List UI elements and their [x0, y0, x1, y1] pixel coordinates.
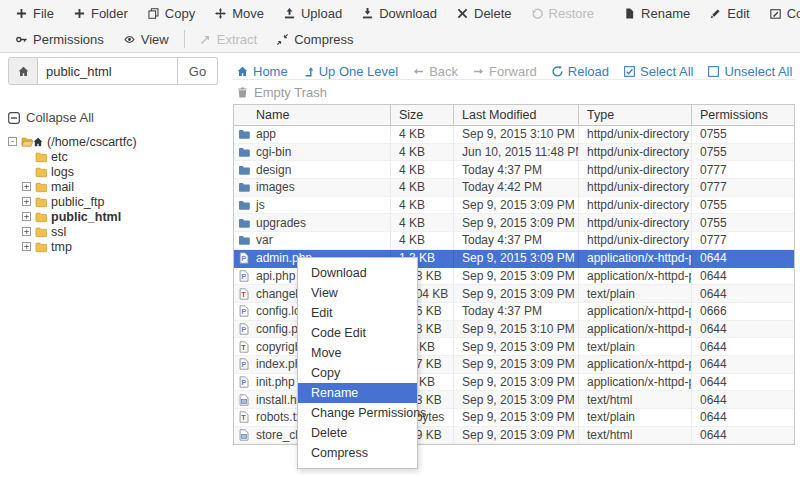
- context-menu-item-move[interactable]: Move: [298, 343, 417, 363]
- delete-icon: [457, 8, 468, 19]
- file-permissions-cell: 0755: [692, 126, 794, 143]
- tree-item-etc[interactable]: etc: [8, 149, 230, 164]
- folder-button[interactable]: Folder: [64, 0, 138, 26]
- folder-icon: [238, 199, 250, 211]
- folder-label: Folder: [91, 6, 128, 21]
- context-menu-item-compress[interactable]: Compress: [298, 443, 417, 463]
- context-menu-item-change-permissions[interactable]: Change Permissions: [298, 403, 417, 423]
- tree-item-home-cscartfc[interactable]: -(/home/cscartfc): [8, 134, 230, 149]
- file-row-var[interactable]: var4 KBToday 4:37 PMhttpd/unix-directory…: [234, 232, 794, 250]
- eye-icon: [124, 34, 135, 45]
- column-header-type[interactable]: Type: [579, 105, 692, 125]
- unselect-all-button[interactable]: Unselect All: [708, 64, 792, 79]
- empty-trash-button: Empty Trash: [237, 85, 327, 100]
- folder-icon: [238, 128, 250, 140]
- back-label: Back: [429, 64, 458, 79]
- file-type-cell: application/x-httpd-php: [579, 356, 692, 373]
- file-row-images[interactable]: images4 KBToday 4:42 PMhttpd/unix-direct…: [234, 179, 794, 197]
- delete-button[interactable]: Delete: [447, 0, 522, 26]
- restore-button: Restore: [522, 0, 605, 26]
- select-all-button[interactable]: Select All: [624, 64, 693, 79]
- copy-button[interactable]: Copy: [138, 0, 205, 26]
- file-last-modified-cell: Sep 9, 2015 3:10 PM: [454, 321, 579, 338]
- file-permissions-cell: 0777: [692, 179, 794, 196]
- file-size-cell: 4 KB: [391, 197, 454, 214]
- reload-button[interactable]: Reload: [552, 64, 609, 79]
- rename-label: Rename: [641, 6, 690, 21]
- column-header-name[interactable]: Name: [234, 105, 391, 125]
- file-row-design[interactable]: design4 KBToday 4:37 PMhttpd/unix-direct…: [234, 161, 794, 179]
- column-header-last-modified[interactable]: Last Modified: [454, 105, 579, 125]
- home-button[interactable]: Home: [237, 64, 288, 79]
- column-header-permissions[interactable]: Permissions: [692, 105, 794, 125]
- toolbar-row-2: PermissionsViewExtractCompress: [0, 26, 800, 52]
- file-button[interactable]: File: [6, 0, 64, 26]
- path-input[interactable]: [38, 57, 178, 85]
- forward-label: Forward: [489, 64, 537, 79]
- file-permissions-cell: 0777: [692, 232, 794, 249]
- back-button: Back: [413, 64, 458, 79]
- tree-item-mail[interactable]: +mail: [8, 179, 230, 194]
- context-menu-item-rename[interactable]: Rename: [298, 383, 417, 403]
- context-menu-item-view[interactable]: View: [298, 283, 417, 303]
- file-type-cell: httpd/unix-directory: [579, 161, 692, 178]
- file-permissions-cell: 0644: [692, 374, 794, 391]
- collapse-all-button[interactable]: Collapse All: [8, 110, 230, 125]
- file-size-cell: 4 KB: [391, 126, 454, 143]
- file-name: images: [256, 180, 295, 194]
- go-button[interactable]: Go: [178, 57, 218, 85]
- file-name-cell: js: [234, 197, 391, 214]
- context-menu-item-edit[interactable]: Edit: [298, 303, 417, 323]
- move-button[interactable]: Move: [205, 0, 274, 26]
- up-one-level-label: Up One Level: [319, 64, 399, 79]
- file-row-cgi-bin[interactable]: cgi-bin4 KBJun 10, 2015 11:48 PMhttpd/un…: [234, 144, 794, 162]
- page-html-icon: [238, 394, 250, 406]
- collapse-toggle-icon[interactable]: -: [8, 137, 17, 146]
- tree-item-ssl[interactable]: +ssl: [8, 224, 230, 239]
- file-last-modified-cell: Sep 9, 2015 3:09 PM: [454, 374, 579, 391]
- file-row-upgrades[interactable]: upgrades4 KBSep 9, 2015 3:09 PMhttpd/uni…: [234, 214, 794, 232]
- file-row-js[interactable]: js4 KBSep 9, 2015 3:09 PMhttpd/unix-dire…: [234, 197, 794, 215]
- expand-toggle-icon[interactable]: +: [22, 197, 31, 206]
- download-button[interactable]: Download: [352, 0, 447, 26]
- tree-item-logs[interactable]: logs: [8, 164, 230, 179]
- tree-item-tmp[interactable]: +tmp: [8, 239, 230, 254]
- file-permissions-cell: 0755: [692, 214, 794, 231]
- expand-toggle-icon[interactable]: +: [22, 182, 31, 191]
- upload-button[interactable]: Upload: [274, 0, 352, 26]
- column-header-size[interactable]: Size: [391, 105, 454, 125]
- arrow-right-icon: [473, 66, 484, 77]
- file-size-cell: 4 KB: [391, 232, 454, 249]
- tree-item-public-ftp[interactable]: +public_ftp: [8, 194, 230, 209]
- file-row-app[interactable]: app4 KBSep 9, 2015 3:10 PMhttpd/unix-dir…: [234, 126, 794, 144]
- upload-icon: [284, 8, 295, 19]
- rename-button[interactable]: Rename: [614, 0, 700, 26]
- file-name: var: [256, 233, 273, 247]
- up-one-level-button[interactable]: Up One Level: [303, 64, 399, 79]
- compress-button[interactable]: Compress: [267, 26, 363, 52]
- copy-label: Copy: [165, 6, 195, 21]
- page-txt-icon: T: [238, 288, 250, 300]
- view-button[interactable]: View: [114, 26, 179, 52]
- unselect-all-label: Unselect All: [724, 64, 792, 79]
- file-name: app: [256, 127, 276, 141]
- edit-button[interactable]: Edit: [700, 0, 759, 26]
- permissions-button[interactable]: Permissions: [6, 26, 114, 52]
- context-menu-item-copy[interactable]: Copy: [298, 363, 417, 383]
- code-editor-button[interactable]: Code Editor: [760, 0, 800, 26]
- home-addon-button[interactable]: [8, 57, 38, 85]
- upload-label: Upload: [301, 6, 342, 21]
- file-last-modified-cell: Sep 9, 2015 3:09 PM: [454, 427, 579, 444]
- file-last-modified-cell: Jun 10, 2015 11:48 PM: [454, 144, 579, 161]
- expand-toggle-icon[interactable]: +: [22, 227, 31, 236]
- context-menu-item-download[interactable]: Download: [298, 263, 417, 283]
- expand-toggle-icon[interactable]: +: [22, 212, 31, 221]
- collapse-all-icon: [8, 112, 20, 124]
- context-menu-item-delete[interactable]: Delete: [298, 423, 417, 443]
- svg-text:P: P: [241, 307, 246, 316]
- tree-item-public-html[interactable]: +public_html: [8, 209, 230, 224]
- expand-toggle-icon[interactable]: +: [22, 242, 31, 251]
- file-last-modified-cell: Today 4:37 PM: [454, 303, 579, 320]
- context-menu-item-code-edit[interactable]: Code Edit: [298, 323, 417, 343]
- page-php-icon: P: [238, 270, 250, 282]
